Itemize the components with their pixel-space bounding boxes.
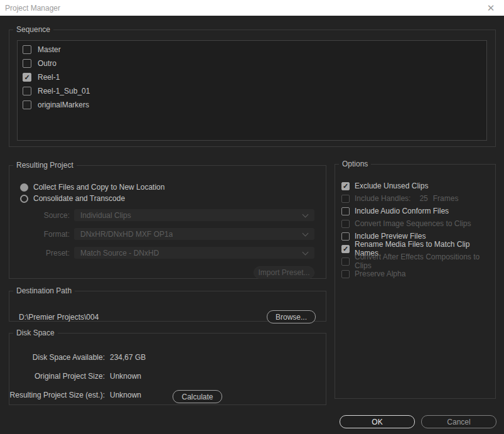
options-group: Options ✓ Exclude Unused Clips ✓ Include… (335, 160, 496, 399)
disk-space-available-value: 234,67 GB (110, 353, 146, 362)
radio-option-collect[interactable]: Collect Files and Copy to New Location (20, 182, 164, 192)
option-label: Include Audio Conform Files (355, 207, 449, 215)
sequence-item-label: Reel-1_Sub_01 (38, 87, 90, 95)
list-item[interactable]: ✓ originalMarkers (18, 98, 486, 112)
destination-path-value: D:\Premier Projects\004 (19, 313, 99, 322)
option-include-handles: ✓ Include Handles: 25 Frames (341, 193, 458, 204)
option-ae-compositions: ✓ Convert After Effects Compositions to … (341, 256, 495, 267)
sequence-list[interactable]: ✓ Master ✓ Outro ✓ Reel-1 ✓ Reel-1_Sub_0… (17, 40, 487, 141)
format-value: DNxHR/DNxHD MXF OP1a (80, 230, 173, 239)
checkbox[interactable]: ✓ (23, 59, 31, 68)
ok-button[interactable]: OK (340, 415, 415, 428)
option-exclude-unused[interactable]: ✓ Exclude Unused Clips (341, 180, 428, 192)
resulting-project-legend: Resulting Project (13, 161, 77, 170)
original-project-size-row: Original Project Size: Unknown (9, 371, 141, 381)
close-icon[interactable]: ✕ (484, 0, 498, 16)
list-item[interactable]: ✓ Reel-1_Sub_01 (18, 84, 486, 98)
format-field-row: Format: DNxHR/DNxHD MXF OP1a (9, 228, 314, 240)
checkbox[interactable]: ✓ (341, 207, 350, 215)
checkbox: ✓ (341, 195, 350, 203)
list-item[interactable]: ✓ Reel-1 (18, 70, 486, 84)
source-dropdown: Individual Clips (74, 209, 314, 221)
chevron-down-icon (303, 231, 309, 237)
checkbox[interactable]: ✓ (23, 87, 31, 95)
destination-path-group: Destination Path D:\Premier Projects\004… (9, 286, 326, 322)
disk-space-available-row: Disk Space Available: 234,67 GB (9, 352, 146, 362)
check-icon: ✓ (24, 74, 29, 81)
sequence-item-label: Master (38, 45, 61, 54)
checkbox[interactable]: ✓ (23, 45, 31, 54)
resulting-project-size-value: Unknown (110, 391, 141, 399)
sequence-legend: Sequence (13, 25, 53, 34)
sequence-item-label: Outro (38, 59, 56, 68)
preset-dropdown: Match Source - DNxHD (74, 247, 314, 259)
preset-value: Match Source - DNxHD (80, 249, 159, 258)
checkbox: ✓ (341, 258, 350, 266)
sequence-item-label: Reel-1 (38, 73, 60, 82)
list-item[interactable]: ✓ Outro (18, 57, 486, 70)
check-icon: ✓ (343, 183, 348, 190)
calculate-button[interactable]: Calculate (173, 390, 222, 403)
checkbox[interactable]: ✓ (23, 100, 31, 109)
option-label: Exclude Unused Clips (355, 182, 428, 190)
preset-label: Preset: (9, 249, 70, 258)
option-label: Preserve Alpha (355, 269, 405, 278)
project-manager-dialog: Project Manager ✕ Sequence ✓ Master ✓ Ou… (0, 0, 504, 434)
checkbox[interactable]: ✓ (341, 182, 350, 190)
option-image-sequences: ✓ Convert Image Sequences to Clips (341, 218, 471, 229)
source-value: Individual Clips (80, 211, 131, 220)
radio-button[interactable] (20, 183, 28, 192)
check-icon: ✓ (343, 246, 348, 252)
disk-space-available-label: Disk Space Available: (9, 353, 105, 362)
option-label: Include Handles: (355, 194, 410, 203)
browse-button[interactable]: Browse... (267, 310, 316, 323)
radio-label: Collect Files and Copy to New Location (33, 183, 164, 192)
destination-path-legend: Destination Path (13, 286, 75, 295)
option-label: Convert Image Sequences to Clips (355, 219, 471, 228)
resulting-project-group: Resulting Project Collect Files and Copy… (9, 161, 326, 279)
option-preserve-alpha: ✓ Preserve Alpha (341, 268, 405, 279)
chevron-down-icon (303, 212, 309, 218)
option-label: Convert After Effects Compositions to Cl… (355, 252, 495, 270)
sequence-item-label: originalMarkers (38, 100, 89, 109)
preset-field-row: Preset: Match Source - DNxHD (9, 247, 314, 259)
handles-frames-suffix: Frames (433, 194, 459, 203)
radio-option-consolidate[interactable]: Consolidate and Transcode (20, 193, 125, 203)
radio-button[interactable] (20, 195, 28, 203)
sequence-group: Sequence ✓ Master ✓ Outro ✓ Reel-1 ✓ Ree… (9, 25, 496, 147)
window-title: Project Manager (5, 4, 60, 13)
disk-space-legend: Disk Space (13, 328, 58, 337)
option-audio-conform[interactable]: ✓ Include Audio Conform Files (341, 205, 449, 217)
handles-frames-value: 25 (419, 194, 427, 203)
checkbox: ✓ (341, 270, 350, 278)
options-legend: Options (339, 160, 371, 168)
checkbox: ✓ (341, 220, 350, 228)
list-item[interactable]: ✓ Master (18, 43, 486, 57)
title-bar: Project Manager ✕ (0, 0, 504, 16)
format-dropdown: DNxHR/DNxHD MXF OP1a (74, 228, 314, 240)
source-field-row: Source: Individual Clips (9, 209, 314, 221)
checkbox[interactable]: ✓ (341, 245, 350, 253)
checkbox[interactable]: ✓ (23, 73, 31, 82)
original-project-size-label: Original Project Size: (9, 372, 105, 381)
original-project-size-value: Unknown (110, 372, 141, 381)
source-label: Source: (9, 211, 70, 220)
cancel-button[interactable]: Cancel (421, 415, 496, 428)
resulting-project-size-row: Resulting Project Size (est.): Unknown (9, 390, 141, 400)
disk-space-group: Disk Space Disk Space Available: 234,67 … (9, 328, 326, 405)
chevron-down-icon (303, 249, 309, 256)
import-preset-button: Import Preset... (254, 266, 314, 279)
checkbox[interactable]: ✓ (341, 232, 350, 241)
radio-label: Consolidate and Transcode (33, 194, 125, 203)
option-label: Include Preview Files (355, 232, 426, 241)
resulting-project-size-label: Resulting Project Size (est.): (9, 391, 105, 399)
format-label: Format: (9, 230, 70, 239)
